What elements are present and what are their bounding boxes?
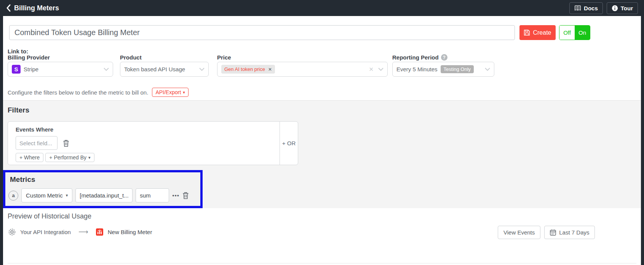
filter-group-main: Events Where + Where + Performed By ▾ [8,122,280,165]
configure-note-text: Configure the filters below to define th… [8,89,148,96]
delete-metric-button[interactable] [182,192,189,199]
add-performed-by-button[interactable]: + Performed By ▾ [45,153,94,162]
product-value: Token based API Usage [124,66,199,72]
product-select[interactable]: Token based API Usage [120,62,209,77]
caret-down-icon: ▾ [183,90,185,95]
delete-filter-button[interactable] [63,140,69,147]
api-export-button[interactable]: API/Export ▾ [152,88,188,97]
trash-icon [182,192,189,199]
add-or-button[interactable]: + OR [280,122,298,165]
docs-label: Docs [584,5,598,11]
date-range-button[interactable]: Last 7 Days [544,226,595,239]
price-tag: Gen AI token price ✕ [221,65,275,74]
back-button[interactable]: Billing Meters [6,4,59,12]
price-label: Price [217,54,231,61]
help-icon[interactable]: ? [441,54,447,61]
tour-label: Tour [621,5,633,11]
preview-actions: View Events Last 7 Days [498,226,595,239]
metric-letter-badge: a [8,191,18,201]
stripe-icon: S [12,65,21,74]
caret-down-icon: ▾ [66,193,68,198]
metric-row: a Custom Metric ▾ ••• [8,188,189,202]
page-title: Billing Meters [14,4,59,12]
clear-selection-icon[interactable]: ✕ [369,66,374,73]
create-button[interactable]: Create [519,25,556,40]
api-integration-label: Your API Integration [20,229,71,235]
chevron-down-icon [199,67,205,71]
billing-provider-select[interactable]: S Stripe [8,62,113,77]
price-select[interactable]: Gen AI token price ✕ ✕ [217,62,388,77]
filter-group-card: Events Where + Where + Performed By ▾ + … [8,121,298,165]
preview-flow-row: Your API Integration ⟶ New Billing Meter [8,228,152,236]
events-where-label: Events Where [16,126,272,133]
topbar-actions: Docs Tour [569,2,638,14]
target-icon [8,228,16,236]
remove-tag-icon[interactable]: ✕ [268,67,272,72]
view-events-button[interactable]: View Events [498,226,540,239]
metric-aggregation-input[interactable] [136,188,169,202]
billing-provider-value: Stripe [24,66,104,72]
metrics-heading: Metrics [10,175,35,184]
billing-provider-label: Billing Provider [8,54,50,61]
chevron-down-icon [378,67,384,71]
metric-type-select[interactable]: Custom Metric ▾ [21,188,72,202]
filter-add-buttons: + Where + Performed By ▾ [16,153,272,162]
create-label: Create [533,29,551,36]
metric-field-input[interactable] [75,188,133,202]
filter-row [16,136,272,150]
chart-divider [8,263,636,263]
toggle-off-option[interactable]: Off [559,26,575,40]
off-on-toggle: Off On [559,25,590,40]
more-options-button[interactable]: ••• [172,192,179,199]
trash-icon [63,140,69,147]
billing-meter-icon [96,228,103,236]
preview-heading: Preview of Historical Usage [8,212,91,220]
arrow-right-icon: ⟶ [75,228,91,236]
reporting-period-select[interactable]: Every 5 Minutes Testing Only [392,62,494,77]
calendar-icon [550,229,556,236]
link-to-label: Link to: [8,48,28,55]
chevron-down-icon [485,67,490,71]
new-billing-meter-label: New Billing Meter [108,229,152,235]
info-icon [612,5,618,11]
tour-button[interactable]: Tour [607,2,638,14]
topbar: Billing Meters Docs Tour [0,0,644,16]
price-tag-label: Gen AI token price [224,66,265,72]
metrics-highlight-box: Metrics a Custom Metric ▾ ••• [3,170,203,208]
meter-name-input[interactable] [9,25,515,40]
add-where-button[interactable]: + Where [16,153,43,162]
reporting-period-value: Every 5 Minutes [396,66,438,72]
chevron-down-icon [104,67,109,71]
save-icon [524,29,530,36]
toggle-on-option[interactable]: On [575,26,590,40]
caret-down-icon: ▾ [88,155,91,160]
select-field-input[interactable] [16,136,58,150]
docs-button[interactable]: Docs [569,2,603,14]
testing-only-badge: Testing Only [441,65,474,73]
reporting-period-label: Reporting Period ? [392,54,447,61]
back-chevron-icon [6,4,11,12]
filters-heading: Filters [8,106,29,114]
product-label: Product [120,54,142,61]
content-panel: Create Off On Link to: Billing Provider … [3,16,641,265]
app-root: Billing Meters Docs Tour Create Off On L… [0,0,644,265]
book-icon [574,5,581,11]
configure-note: Configure the filters below to define th… [8,88,189,97]
